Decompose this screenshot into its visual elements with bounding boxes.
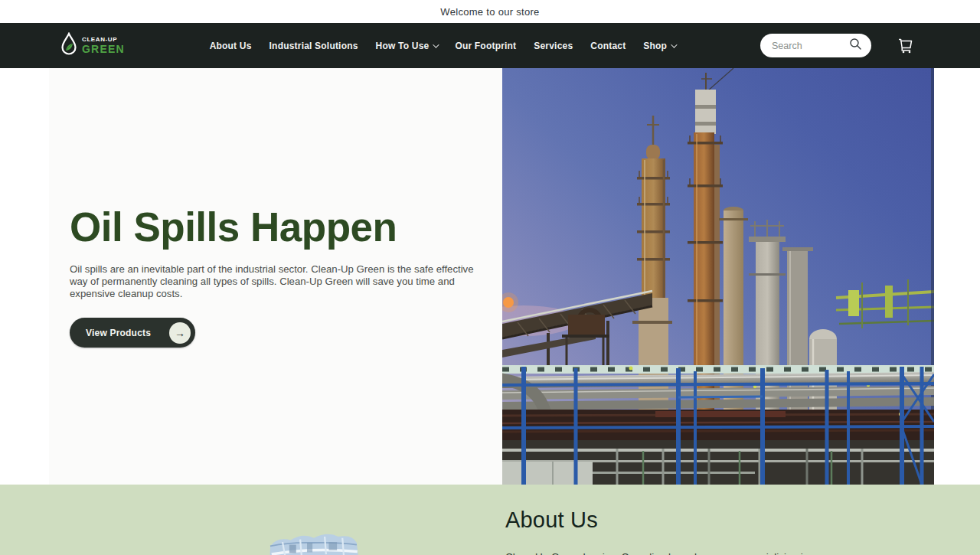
- nav-contact[interactable]: Contact: [590, 41, 626, 51]
- nav-industrial-solutions[interactable]: Industrial Solutions: [270, 41, 358, 51]
- nav-label: About Us: [210, 41, 252, 51]
- logo-text: CLEAN-UP GREEN: [82, 37, 125, 54]
- nav-label: Services: [534, 41, 573, 51]
- announcement-text: Welcome to our store: [440, 6, 539, 18]
- search-input[interactable]: [772, 41, 849, 51]
- about-text-block: About Us Clean Up Green Inc. is a Canadi…: [505, 508, 842, 555]
- announcement-bar: Welcome to our store: [0, 0, 980, 23]
- droplet-leaf-icon: [60, 32, 78, 60]
- cart-icon[interactable]: [897, 37, 915, 54]
- nav-services[interactable]: Services: [534, 41, 573, 51]
- nav-shop[interactable]: Shop: [643, 41, 675, 51]
- nav-label: How To Use: [376, 41, 430, 51]
- hero-description: Oil spills are an inevitable part of the…: [70, 263, 479, 300]
- hero-title: Oil Spills Happen: [70, 205, 498, 250]
- logo[interactable]: CLEAN-UP GREEN: [60, 32, 125, 60]
- about-title: About Us: [505, 508, 842, 533]
- about-paragraph: Clean Up Green Inc. is a Canadian based …: [505, 550, 827, 555]
- logo-line2: GREEN: [82, 44, 125, 54]
- view-products-label: View Products: [86, 328, 151, 338]
- nav-about-us[interactable]: About Us: [210, 41, 252, 51]
- nav-label: Industrial Solutions: [270, 41, 358, 51]
- nav-our-footprint[interactable]: Our Footprint: [455, 41, 516, 51]
- nav-label: Shop: [643, 41, 667, 51]
- search-icon[interactable]: [849, 38, 862, 54]
- logo-line1: CLEAN-UP: [82, 37, 125, 43]
- header-right: [760, 34, 915, 57]
- hero-text-block: Oil Spills Happen Oil spills are an inev…: [70, 68, 498, 348]
- hero-section: Oil Spills Happen Oil spills are an inev…: [0, 68, 980, 485]
- nav-how-to-use[interactable]: How To Use: [376, 41, 438, 51]
- nav-label: Contact: [590, 41, 626, 51]
- header: CLEAN-UP GREEN About Us Industrial Solut…: [0, 23, 980, 68]
- arrow-right-icon: →: [169, 322, 191, 344]
- search-bar[interactable]: [760, 34, 871, 57]
- product-bag-image: [259, 524, 368, 555]
- main-nav: About Us Industrial Solutions How To Use…: [125, 41, 760, 51]
- hero-image-refinery: [502, 68, 934, 485]
- page: Welcome to our store CLEAN-UP GREEN Abou…: [0, 0, 980, 555]
- chevron-down-icon: [671, 41, 677, 47]
- nav-label: Our Footprint: [455, 41, 516, 51]
- about-section: About Us Clean Up Green Inc. is a Canadi…: [0, 485, 980, 555]
- view-products-button[interactable]: View Products →: [70, 318, 195, 348]
- hero-inner: Oil Spills Happen Oil spills are an inev…: [49, 68, 934, 485]
- chevron-down-icon: [433, 41, 439, 47]
